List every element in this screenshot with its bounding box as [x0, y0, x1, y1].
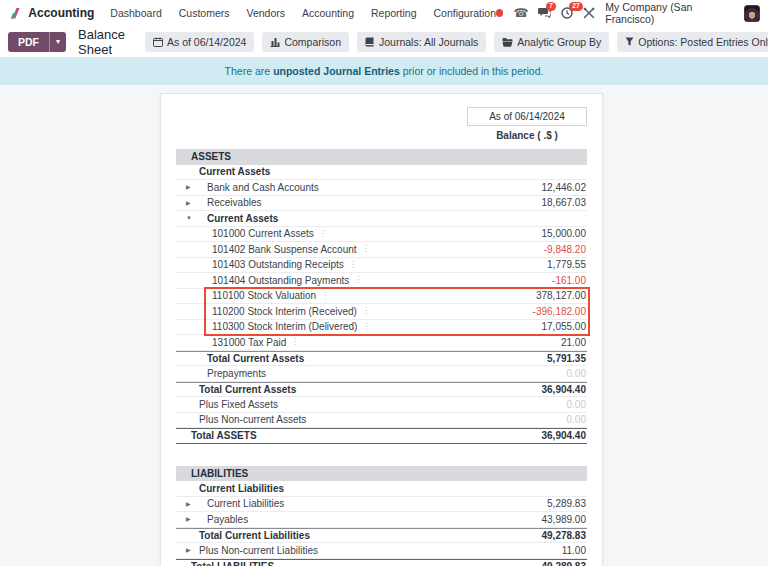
- row-value: -9,848.20: [544, 244, 586, 255]
- row-label: 101402 Bank Suspense Account: [212, 244, 357, 255]
- row-value: 378,127.00: [536, 290, 586, 301]
- account-actions-icon[interactable]: ⋮: [362, 307, 370, 315]
- report-row-plus-fixed-assets: Plus Fixed Assets0.00: [176, 397, 587, 413]
- report-row-101403-outstanding-receipts[interactable]: 101403 Outstanding Receipts⋮1,779.55: [176, 258, 587, 274]
- pdf-dropdown-caret-icon[interactable]: ▾: [49, 32, 66, 52]
- report-row-131000-tax-paid[interactable]: 131000 Tax Paid⋮21.00: [176, 335, 587, 351]
- row-label: 101403 Outstanding Receipts: [212, 259, 344, 270]
- row-label: Bank and Cash Accounts: [207, 182, 319, 193]
- row-value: 5,791.35: [547, 353, 586, 364]
- row-label: Current Liabilities: [199, 483, 284, 494]
- main-menu: Dashboard Customers Vendors Accounting R…: [110, 7, 496, 19]
- row-label: Receivables: [207, 197, 261, 208]
- filter-icon: [625, 37, 634, 47]
- options-filter-button[interactable]: Options: Posted Entries Only , Accrual B…: [617, 32, 768, 52]
- account-actions-icon[interactable]: ⋮: [319, 230, 327, 238]
- account-actions-icon[interactable]: ⋮: [362, 245, 370, 253]
- report-rows: ASSETSCurrent Assets▶Bank and Cash Accou…: [176, 149, 587, 566]
- row-value: 15,000.00: [542, 228, 587, 239]
- report-row-current-assets[interactable]: ▼Current Assets: [176, 211, 587, 227]
- caret-right-icon[interactable]: ▶: [186, 497, 191, 513]
- row-value: 49,278.83: [542, 530, 587, 541]
- date-filter-label: As of 06/14/2024: [167, 36, 246, 48]
- report-row-payables[interactable]: ▶Payables43,989.00: [176, 512, 587, 528]
- account-actions-icon[interactable]: ⋮: [354, 276, 362, 284]
- app-name[interactable]: Accounting: [28, 6, 94, 20]
- menu-configuration[interactable]: Configuration: [434, 7, 496, 19]
- account-actions-icon[interactable]: ⋮: [291, 338, 299, 346]
- caret-right-icon[interactable]: ▶: [186, 180, 191, 196]
- row-value: 0.00: [567, 414, 586, 425]
- caret-right-icon[interactable]: ▶: [186, 543, 191, 559]
- report-row-receivables[interactable]: ▶Receivables18,667.03: [176, 196, 587, 212]
- activities-badge: 27: [569, 2, 582, 11]
- report-row-101000-current-assets[interactable]: 101000 Current Assets⋮15,000.00: [176, 227, 587, 243]
- row-value: 18,667.03: [542, 197, 587, 208]
- caret-right-icon[interactable]: ▶: [186, 512, 191, 528]
- comparison-filter-button[interactable]: Comparison: [262, 32, 349, 52]
- menu-accounting[interactable]: Accounting: [302, 7, 354, 19]
- menu-vendors[interactable]: Vendors: [247, 7, 286, 19]
- pdf-button[interactable]: PDF: [8, 32, 49, 52]
- row-value: 12,446.02: [542, 182, 587, 193]
- recording-dot-icon: [496, 9, 503, 17]
- activities-clock-icon[interactable]: 27: [561, 7, 573, 19]
- menu-dashboard[interactable]: Dashboard: [110, 7, 161, 19]
- report-row-current-liabilities[interactable]: ▶Current Liabilities5,289.83: [176, 497, 587, 513]
- report-row-110200-stock-interim-received-[interactable]: 110200 Stock Interim (Received)⋮-396,182…: [176, 304, 587, 320]
- report-row-total-assets: Total ASSETS36,904.40: [176, 428, 587, 444]
- row-label: 110300 Stock Interim (Delivered): [212, 321, 357, 332]
- messages-icon[interactable]: 7: [538, 7, 551, 19]
- options-filter-label: Options: Posted Entries Only , Accrual B…: [638, 36, 768, 48]
- account-actions-icon[interactable]: ⋮: [321, 292, 329, 300]
- row-label: Total Current Liabilities: [199, 530, 310, 541]
- bar-chart-icon: [270, 37, 280, 47]
- report-row-110300-stock-interim-delivered-[interactable]: 110300 Stock Interim (Delivered)⋮17,055.…: [176, 320, 587, 336]
- report-row-bank-and-cash-accounts[interactable]: ▶Bank and Cash Accounts12,446.02: [176, 180, 587, 196]
- date-filter-button[interactable]: As of 06/14/2024: [145, 32, 254, 52]
- top-nav-bar: Accounting Dashboard Customers Vendors A…: [0, 0, 768, 26]
- report-row-101402-bank-suspense-account[interactable]: 101402 Bank Suspense Account⋮-9,848.20: [176, 242, 587, 258]
- row-value: 36,904.40: [542, 384, 587, 395]
- banner-text-pre: There are: [225, 65, 271, 77]
- user-avatar[interactable]: [744, 5, 760, 22]
- book-icon: [365, 37, 375, 47]
- banner-text-post: prior or included in this period.: [403, 65, 544, 77]
- caret-right-icon[interactable]: ▶: [186, 196, 191, 212]
- menu-reporting[interactable]: Reporting: [371, 7, 417, 19]
- company-switcher[interactable]: My Company (San Francisco): [605, 1, 734, 25]
- account-actions-icon[interactable]: ⋮: [362, 323, 370, 331]
- calendar-icon: [153, 37, 163, 47]
- phone-icon[interactable]: ☎: [513, 6, 528, 20]
- journals-filter-label: Journals: All Journals: [379, 36, 478, 48]
- odoo-app-logo-icon[interactable]: [8, 6, 22, 21]
- analytic-filter-label: Analytic Group By: [517, 36, 601, 48]
- report-row-110100-stock-valuation[interactable]: 110100 Stock Valuation⋮378,127.00: [176, 289, 587, 305]
- journals-filter-button[interactable]: Journals: All Journals: [357, 32, 486, 52]
- account-actions-icon[interactable]: ⋮: [349, 261, 357, 269]
- row-label: 101000 Current Assets: [212, 228, 314, 239]
- menu-customers[interactable]: Customers: [179, 7, 230, 19]
- row-label: 110200 Stock Interim (Received): [212, 306, 357, 317]
- row-value: 0.00: [567, 399, 586, 410]
- page-title: Balance Sheet: [78, 27, 125, 57]
- report-row-liabilities: LIABILITIES: [176, 466, 587, 482]
- caret-down-icon[interactable]: ▼: [186, 211, 192, 227]
- row-label: Plus Non-current Liabilities: [199, 545, 318, 556]
- row-label: Prepayments: [207, 368, 266, 379]
- row-value: -396,182.00: [533, 306, 586, 317]
- report-row-plus-non-current-liabilities[interactable]: ▶Plus Non-current Liabilities11.00: [176, 543, 587, 559]
- tools-icon[interactable]: [583, 7, 595, 19]
- report-row-101404-outstanding-payments[interactable]: 101404 Outstanding Payments⋮-161.00: [176, 273, 587, 289]
- row-value: 49,289.83: [542, 561, 587, 566]
- unposted-entries-banner: There are unposted Journal Entries prior…: [0, 57, 768, 85]
- row-label: 101404 Outstanding Payments: [212, 275, 349, 286]
- analytic-filter-button[interactable]: Analytic Group By: [494, 32, 609, 52]
- row-value: -161.00: [552, 275, 586, 286]
- row-value: 5,289.83: [547, 498, 586, 509]
- row-value: 1,779.55: [547, 259, 586, 270]
- report-row-current-assets: Current Assets: [176, 165, 587, 181]
- control-panel: PDF ▾ Balance Sheet As of 06/14/2024 Com…: [0, 26, 768, 57]
- unposted-entries-link[interactable]: unposted Journal Entries: [273, 65, 400, 77]
- report-row-current-liabilities: Current Liabilities: [176, 481, 587, 497]
